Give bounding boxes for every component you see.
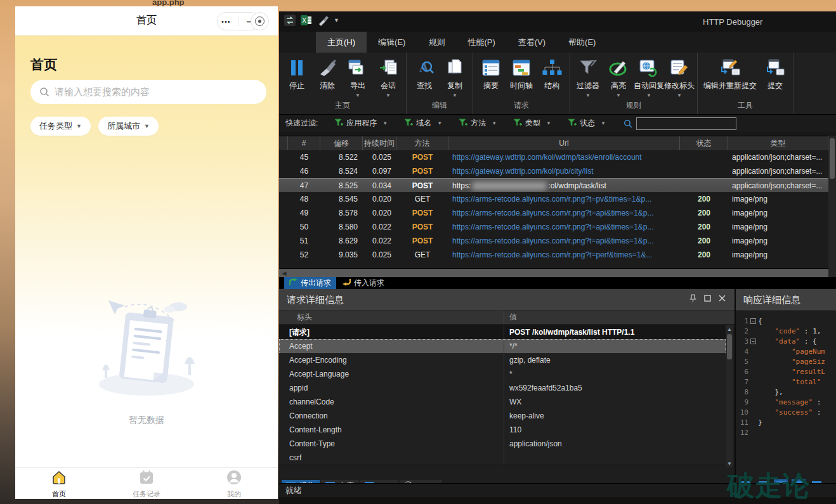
quick-search-input[interactable] — [636, 117, 736, 130]
header-row[interactable]: Content-Typeapplication/json — [279, 437, 726, 451]
column-header-状态[interactable]: 状态 — [680, 136, 728, 150]
quick-filter-应用程序[interactable]: 应用程序▼ — [334, 118, 388, 129]
dropdown-caret-icon[interactable]: ▼ — [616, 93, 621, 98]
column-header-方法[interactable]: 方法 — [396, 136, 448, 150]
highlight-button[interactable]: 高亮▼ — [604, 56, 633, 98]
url-cell[interactable]: https::ol/wdmp/task/list — [448, 179, 680, 193]
more-menu-icon[interactable]: ••• — [221, 18, 231, 25]
header-row[interactable]: channelCodeWX — [279, 395, 726, 410]
table-row[interactable]: 529.0350.025GEThttps://arms-retcode.aliy… — [279, 248, 828, 262]
header-row[interactable]: appidwx592feaafd52a1ba5 — [279, 381, 726, 396]
table-row[interactable]: 488.5450.020GEThttps://arms-retcode.aliy… — [279, 192, 828, 207]
clear-brush-icon[interactable] — [317, 15, 329, 26]
table-row[interactable]: 498.5780.020POSThttps://arms-retcode.ali… — [279, 206, 828, 221]
tabbar-item-我的[interactable]: 我的 — [190, 468, 278, 499]
capture-toggle-icon[interactable] — [284, 15, 296, 26]
column-header-#[interactable]: # — [288, 136, 320, 150]
modify-headers-button[interactable]: 修改标头▼ — [665, 56, 694, 98]
menu-tab-主页(H)[interactable]: 主页(H) — [316, 32, 367, 53]
quick-filter-状态[interactable]: 状态▼ — [568, 118, 606, 129]
quick-filter-类型[interactable]: 类型▼ — [513, 118, 551, 129]
table-row[interactable]: 508.5800.022POSThttps://arms-retcode.ali… — [279, 220, 828, 235]
chevron-down-icon[interactable]: ▼ — [382, 120, 388, 126]
scroll-left-icon[interactable]: ◀ — [280, 269, 288, 277]
header-row[interactable]: Accept-Language* — [279, 367, 726, 382]
stream-tab-传出请求[interactable]: 传出请求 — [284, 277, 336, 289]
qat-dropdown-icon[interactable]: ▼ — [334, 17, 339, 23]
menu-tab-规则[interactable]: 规则 — [417, 32, 456, 53]
tabbar-item-任务记录[interactable]: 任务记录 — [103, 468, 190, 499]
timeline-button[interactable]: 时间轴 — [507, 56, 536, 98]
table-row[interactable]: 478.5250.034POSThttps::ol/wdmp/task/list… — [279, 178, 828, 193]
scroll-up-icon[interactable]: ▲ — [726, 325, 733, 333]
table-row[interactable]: 468.5240.097POSThttps://gateway.wdtrip.c… — [279, 164, 828, 179]
url-cell[interactable]: https://gateway.wdtrip.com/kol/wdmp/task… — [448, 150, 680, 164]
menu-tab-编辑(E)[interactable]: 编辑(E) — [367, 32, 417, 53]
menu-tab-查看(V)[interactable]: 查看(V) — [507, 32, 557, 53]
header-value-column[interactable]: 值 — [504, 311, 735, 324]
table-row[interactable]: 458.5220.025POSThttps://gateway.wdtrip.c… — [279, 150, 828, 165]
tabbar-item-首页[interactable]: 首页 — [15, 468, 103, 499]
resubmit-button[interactable]: 编辑并重新提交 — [701, 56, 759, 98]
column-header-持续时间[interactable]: 持续时间 — [363, 136, 396, 150]
table-horizontal-scrollbar[interactable]: ◀ — [279, 269, 828, 277]
url-cell[interactable]: https://arms-retcode.aliyuncs.com/r.png?… — [448, 192, 680, 206]
structure-button[interactable]: 结构 — [537, 56, 566, 98]
dropdown-caret-icon[interactable]: ▼ — [677, 93, 682, 98]
menu-tab-性能(P)[interactable]: 性能(P) — [456, 32, 506, 53]
url-cell[interactable]: https://arms-retcode.aliyuncs.com/r.png?… — [448, 248, 680, 262]
filter-pill-所属城市[interactable]: 所属城市▼ — [98, 117, 159, 136]
menu-tab-帮助(E)[interactable]: 帮助(E) — [557, 32, 607, 53]
brush-button[interactable]: 清除 — [313, 56, 342, 98]
url-cell[interactable]: https://arms-retcode.aliyuncs.com/r.png?… — [448, 220, 680, 234]
chevron-down-icon[interactable]: ▼ — [601, 120, 606, 126]
url-cell[interactable]: https://arms-retcode.aliyuncs.com/r.png?… — [448, 206, 680, 220]
summary-button[interactable]: 摘要 — [476, 56, 506, 98]
dropdown-caret-icon[interactable]: ▼ — [386, 93, 391, 98]
dropdown-caret-icon[interactable]: ▼ — [585, 93, 591, 98]
dropdown-caret-icon[interactable]: ▼ — [355, 93, 360, 98]
header-row[interactable]: Accept-Encodinggzip, deflate — [279, 353, 726, 368]
fold-collapse-icon[interactable]: − — [750, 318, 756, 324]
excel-export-icon[interactable]: X — [301, 15, 312, 26]
fold-collapse-icon[interactable]: − — [750, 339, 756, 344]
url-cell[interactable]: https://arms-retcode.aliyuncs.com/r.png?… — [448, 234, 680, 248]
pause-button[interactable]: 停止 — [282, 56, 311, 98]
find-button[interactable]: A查找 — [410, 56, 439, 98]
dropdown-caret-icon[interactable]: ▼ — [646, 93, 651, 98]
autoreply-button[interactable]: 自动回复▼ — [634, 56, 663, 98]
filter-pill-任务类型[interactable]: 任务类型▼ — [30, 117, 91, 136]
search-input[interactable]: 请输入想要搜索的内容 — [30, 80, 266, 104]
pin-icon[interactable] — [689, 294, 696, 302]
export-button[interactable]: 导出▼ — [343, 56, 372, 98]
close-icon[interactable] — [719, 295, 726, 302]
table-row[interactable]: 518.6290.022POSThttps://arms-retcode.ali… — [279, 234, 828, 249]
column-header-Url[interactable]: Url — [448, 136, 680, 150]
url-cell[interactable]: https://gateway.wdtrip.com/kol/pub/city/… — [448, 164, 680, 178]
quick-filter-域名[interactable]: 域名▼ — [404, 118, 442, 129]
dropdown-caret-icon[interactable]: ▼ — [452, 93, 457, 98]
column-header-marker[interactable] — [279, 136, 288, 150]
header-name-column[interactable]: 标头 — [279, 311, 504, 324]
quick-filter-方法[interactable]: 方法▼ — [459, 118, 497, 129]
chevron-down-icon[interactable]: ▼ — [546, 120, 551, 126]
session-button[interactable]: 会话▼ — [374, 56, 403, 98]
header-row[interactable]: Content-Length110 — [279, 423, 726, 437]
scroll-down-icon[interactable]: ▼ — [726, 460, 733, 467]
request-panel-scrollbar[interactable]: ▲ ▼ — [726, 325, 733, 467]
header-row[interactable]: Connectionkeep-alive — [279, 409, 726, 423]
copy-button[interactable]: 复制▼ — [440, 56, 469, 98]
filter-button[interactable]: 过滤器▼ — [573, 56, 603, 98]
column-header-类型[interactable]: 类型 — [728, 136, 828, 150]
exit-circle-button[interactable] — [251, 12, 269, 30]
table-vertical-scrollbar[interactable] — [828, 136, 836, 277]
chevron-down-icon[interactable]: ▼ — [437, 120, 442, 126]
maximize-icon[interactable] — [704, 295, 711, 302]
header-row[interactable]: Accept*/* — [279, 339, 726, 354]
header-row[interactable]: csrf — [279, 451, 726, 465]
column-header-偏移[interactable]: 偏移 — [320, 136, 363, 150]
chevron-down-icon[interactable]: ▼ — [492, 120, 497, 126]
stream-tab-传入请求[interactable]: 传入请求 — [337, 277, 389, 289]
header-row[interactable]: [请求]POST /kol/wdmp/task/list HTTP/1.1 — [279, 325, 726, 340]
submit-button[interactable]: 提交 — [761, 56, 790, 98]
